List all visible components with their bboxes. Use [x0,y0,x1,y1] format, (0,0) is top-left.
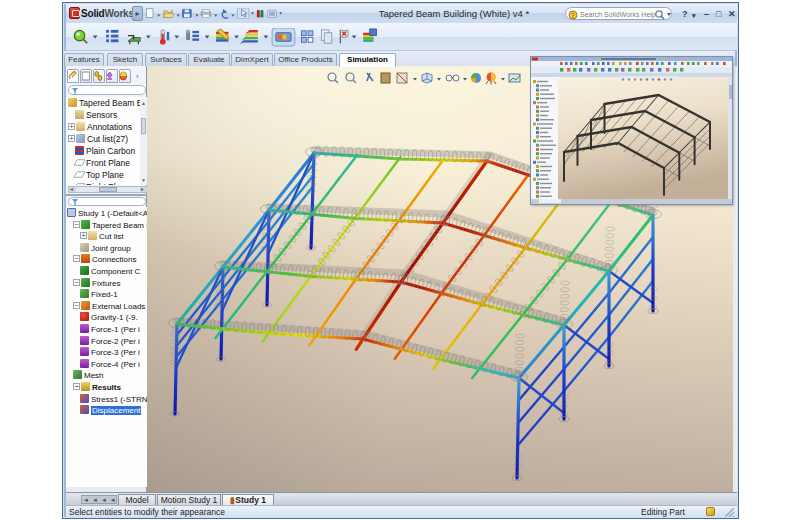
svg-text:?: ? [571,11,575,18]
